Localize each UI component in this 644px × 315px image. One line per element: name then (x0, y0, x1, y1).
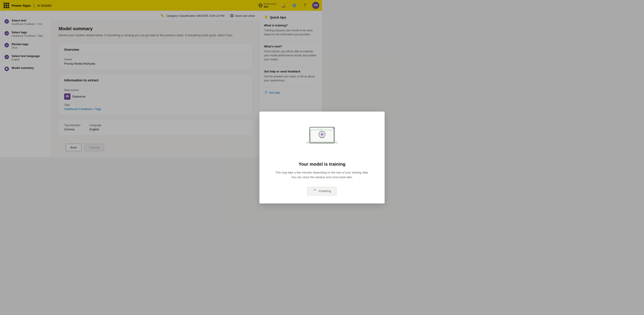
laptop-brain-illustration: + + (300, 120, 322, 156)
svg-point-13 (320, 128, 321, 129)
svg-point-12 (318, 128, 319, 129)
training-modal: + + Your model is training This may take… (260, 112, 322, 158)
modal-overlay: + + Your model is training This may take… (0, 0, 322, 158)
modal-illustration: + + (300, 120, 322, 156)
svg-text:+: + (308, 133, 310, 136)
